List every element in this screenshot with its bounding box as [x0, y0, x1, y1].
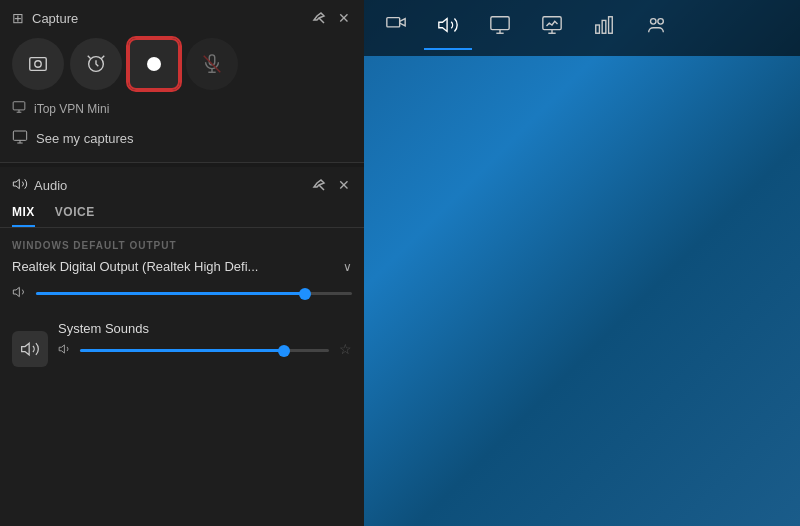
- toolbar-stats-button[interactable]: [580, 6, 628, 50]
- app-name-text: iTop VPN Mini: [34, 102, 109, 116]
- toolbar-social-button[interactable]: [632, 6, 680, 50]
- system-sounds-item: System Sounds ☆: [12, 321, 352, 377]
- svg-marker-17: [22, 343, 30, 355]
- svg-marker-20: [400, 18, 406, 25]
- svg-marker-14: [13, 179, 19, 188]
- audio-panel-header: Audio ✕: [0, 167, 364, 201]
- master-volume-thumb[interactable]: [299, 288, 311, 300]
- svg-rect-29: [602, 20, 606, 33]
- capture-close-button[interactable]: ✕: [336, 8, 352, 28]
- audio-title-icon: [12, 176, 28, 195]
- left-panel: ⊞ Capture ✕: [0, 0, 364, 526]
- svg-rect-1: [30, 58, 47, 71]
- system-sounds-info: System Sounds: [58, 321, 329, 377]
- audio-panel: Audio ✕ MIX VOICE WINDOWS DEFAULT OUTPUT: [0, 167, 364, 526]
- device-name-text: Realtek Digital Output (Realtek High Def…: [12, 259, 258, 274]
- tab-voice[interactable]: VOICE: [55, 201, 95, 227]
- volume-icon: [12, 284, 28, 303]
- svg-marker-18: [59, 345, 64, 353]
- mic-button[interactable]: [186, 38, 238, 90]
- capture-title-icon: ⊞: [12, 10, 24, 26]
- system-sounds-thumb[interactable]: [278, 345, 290, 357]
- audio-close-button[interactable]: ✕: [336, 175, 352, 195]
- audio-title: Audio: [12, 176, 67, 195]
- audio-tabs: MIX VOICE: [0, 201, 364, 228]
- svg-line-0: [319, 18, 324, 23]
- svg-rect-30: [609, 16, 613, 33]
- audio-title-text: Audio: [34, 178, 67, 193]
- gallery-icon: [12, 129, 28, 148]
- audio-pin-button[interactable]: [310, 176, 328, 194]
- monitor-icon: [12, 100, 26, 117]
- see-captures-text: See my captures: [36, 131, 134, 146]
- capture-buttons-row: [0, 34, 364, 98]
- master-volume-fill: [36, 292, 305, 295]
- screenshot-button[interactable]: [12, 38, 64, 90]
- svg-rect-8: [13, 102, 25, 110]
- app-label: iTop VPN Mini: [0, 98, 364, 121]
- capture-panel: ⊞ Capture ✕: [0, 0, 364, 163]
- capture-pin-button[interactable]: [310, 9, 328, 27]
- svg-marker-16: [13, 287, 19, 296]
- svg-rect-19: [387, 17, 400, 26]
- system-volume-icon: [58, 342, 72, 359]
- system-sounds-icon: [12, 331, 48, 367]
- toolbar-audio-button[interactable]: [424, 6, 472, 50]
- toolbar-capture-icon: [385, 14, 407, 41]
- master-volume-row: [12, 284, 352, 303]
- audio-content: WINDOWS DEFAULT OUTPUT Realtek Digital O…: [0, 228, 364, 397]
- system-sounds-slider[interactable]: [80, 349, 329, 352]
- timelapse-button[interactable]: [70, 38, 122, 90]
- svg-line-15: [319, 185, 324, 190]
- capture-title-text: Capture: [32, 11, 78, 26]
- record-button[interactable]: [128, 38, 180, 90]
- toolbar-social-icon: [645, 14, 667, 41]
- toolbar-display-icon: [489, 14, 511, 41]
- master-volume-slider[interactable]: [36, 292, 352, 295]
- system-sounds-fill: [80, 349, 284, 352]
- svg-marker-21: [439, 18, 447, 31]
- chevron-down-icon[interactable]: ∨: [343, 260, 352, 274]
- device-row: Realtek Digital Output (Realtek High Def…: [12, 259, 352, 274]
- toolbar-stats-icon: [593, 14, 615, 41]
- top-toolbar: [364, 0, 800, 56]
- toolbar-display-button[interactable]: [476, 6, 524, 50]
- svg-rect-25: [543, 16, 561, 29]
- svg-point-2: [35, 61, 41, 67]
- windows-output-label: WINDOWS DEFAULT OUTPUT: [12, 240, 352, 251]
- capture-panel-header: ⊞ Capture ✕: [0, 0, 364, 34]
- see-captures-link[interactable]: See my captures: [0, 123, 364, 154]
- system-sounds-volume-row: [58, 342, 329, 359]
- svg-rect-28: [596, 25, 600, 33]
- toolbar-performance-icon: [541, 14, 563, 41]
- capture-header-actions: ✕: [310, 8, 352, 28]
- svg-rect-11: [13, 131, 26, 140]
- right-panel: [364, 0, 800, 526]
- record-dot: [147, 57, 161, 71]
- audio-header-actions: ✕: [310, 175, 352, 195]
- svg-point-31: [651, 18, 657, 23]
- tab-mix[interactable]: MIX: [12, 201, 35, 227]
- capture-title: ⊞ Capture: [12, 10, 78, 26]
- toolbar-performance-button[interactable]: [528, 6, 576, 50]
- svg-point-32: [658, 18, 664, 23]
- toolbar-audio-icon: [437, 14, 459, 41]
- system-sounds-name: System Sounds: [58, 321, 329, 336]
- favorite-star-icon[interactable]: ☆: [339, 341, 352, 357]
- toolbar-capture-button[interactable]: [372, 6, 420, 50]
- svg-rect-22: [491, 16, 509, 29]
